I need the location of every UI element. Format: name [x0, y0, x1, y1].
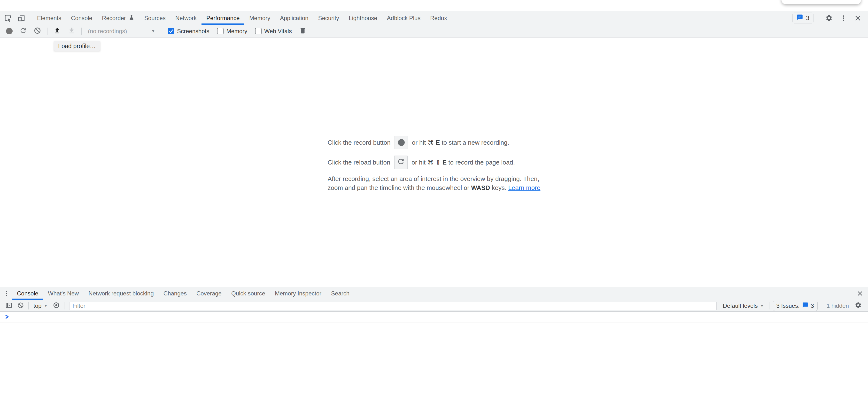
tab-label: Network	[175, 15, 197, 22]
drawer-tab-coverage[interactable]: Coverage	[192, 287, 226, 300]
drawer-tabbar: Console What's New Network request block…	[0, 287, 868, 300]
chevron-down-icon: ▼	[44, 304, 48, 308]
checkbox-label: Screenshots	[177, 28, 209, 35]
tab-recorder[interactable]: Recorder	[97, 11, 140, 25]
close-icon	[857, 290, 863, 297]
close-drawer-button[interactable]	[854, 287, 868, 300]
tab-label: Application	[280, 15, 308, 22]
inspect-element-button[interactable]	[0, 11, 14, 25]
tab-label: Quick source	[231, 290, 265, 297]
filter-input[interactable]	[69, 302, 716, 310]
tab-sources[interactable]: Sources	[140, 11, 170, 25]
block-icon	[17, 302, 24, 310]
recordings-select[interactable]: (no recordings) ▼	[85, 27, 158, 36]
drawer-tab-quick-source[interactable]: Quick source	[226, 287, 270, 300]
record-icon	[398, 139, 405, 146]
tab-performance[interactable]: Performance	[202, 11, 244, 25]
checkbox-label: Web Vitals	[264, 28, 292, 35]
issues-count: 3	[806, 14, 809, 22]
console-sidebar-icon	[5, 302, 12, 310]
context-label: top	[33, 302, 41, 309]
drawer-tab-whats-new[interactable]: What's New	[43, 287, 84, 300]
devtools-window: Elements Console Recorder Sources Networ…	[0, 0, 868, 406]
tab-label: Changes	[163, 290, 187, 297]
record-button[interactable]	[3, 28, 15, 34]
tab-label: Sources	[144, 15, 166, 22]
issues-button[interactable]: 3	[793, 12, 813, 24]
hidden-messages-count: 1 hidden	[823, 302, 852, 309]
screenshots-checkbox[interactable]: Screenshots	[168, 28, 209, 35]
tab-application[interactable]: Application	[275, 11, 313, 25]
issues-label: 3 Issues:	[776, 302, 800, 309]
record-icon	[6, 28, 12, 34]
instruction-text: or hit	[411, 159, 426, 166]
tab-redux[interactable]: Redux	[425, 11, 452, 25]
instruction-text: to record the page load.	[448, 159, 515, 166]
console-toolbar: top ▼ Default levels ▼	[0, 300, 868, 312]
create-live-expression-button[interactable]	[51, 302, 62, 310]
console-input[interactable]	[0, 312, 868, 323]
cmd-key-glyph: ⌘	[427, 159, 434, 166]
tab-label: Recorder	[102, 15, 126, 22]
gear-icon	[855, 302, 862, 310]
browser-top-strip	[0, 0, 868, 11]
drawer-tab-changes[interactable]: Changes	[159, 287, 192, 300]
delete-recordings-button[interactable]	[297, 27, 309, 35]
instruction-text: or hit	[412, 139, 426, 146]
devtools-settings-button[interactable]	[823, 14, 836, 22]
tab-security[interactable]: Security	[313, 11, 344, 25]
tab-label: Redux	[430, 15, 447, 22]
close-icon	[855, 15, 861, 22]
tab-network[interactable]: Network	[170, 11, 202, 25]
web-vitals-checkbox[interactable]: Web Vitals	[255, 28, 292, 35]
drawer-tab-network-request-blocking[interactable]: Network request blocking	[84, 287, 158, 300]
tab-console[interactable]: Console	[66, 11, 97, 25]
browser-popup-remnant	[781, 0, 861, 4]
save-profile-button[interactable]	[65, 27, 78, 35]
tab-lighthouse[interactable]: Lighthouse	[344, 11, 382, 25]
javascript-context-select[interactable]: top ▼	[31, 302, 51, 309]
tab-label: Memory	[249, 15, 270, 22]
tab-memory[interactable]: Memory	[244, 11, 275, 25]
issues-status-button[interactable]: 3 Issues: 3	[773, 301, 817, 311]
memory-checkbox[interactable]: Memory	[217, 28, 247, 35]
tab-elements[interactable]: Elements	[32, 11, 66, 25]
drawer-tab-memory-inspector[interactable]: Memory Inspector	[270, 287, 326, 300]
device-toolbar-button[interactable]	[14, 11, 28, 25]
reload-and-record-button[interactable]	[17, 27, 30, 35]
e-key-glyph: E	[436, 139, 440, 146]
more-options-button[interactable]	[837, 14, 850, 22]
performance-empty-view: Load profile… Click the record button or…	[0, 37, 868, 287]
tab-adblock-plus[interactable]: Adblock Plus	[382, 11, 426, 25]
drawer-tab-search[interactable]: Search	[326, 287, 354, 300]
log-levels-select[interactable]: Default levels ▼	[719, 302, 767, 309]
drawer-tab-console[interactable]: Console	[12, 287, 43, 300]
learn-more-link[interactable]: Learn more	[508, 184, 540, 192]
tab-label: Elements	[37, 15, 61, 22]
trash-icon	[299, 27, 306, 35]
console-messages-area[interactable]	[0, 323, 868, 406]
three-dots-icon	[3, 290, 10, 297]
load-profile-button[interactable]	[51, 27, 64, 35]
e-key-glyph: E	[442, 159, 446, 166]
console-settings-button[interactable]	[852, 302, 865, 310]
close-devtools-button[interactable]	[851, 15, 864, 22]
toolbar-divider	[819, 14, 819, 22]
chevron-down-icon: ▼	[760, 304, 764, 308]
tooltip-text: Load profile…	[58, 42, 96, 49]
tab-label: Lighthouse	[349, 15, 377, 22]
paragraph-text: keys.	[492, 184, 506, 192]
console-sidebar-button[interactable]	[3, 302, 15, 310]
tab-label: Search	[331, 290, 349, 297]
tab-label: Adblock Plus	[387, 15, 421, 22]
issues-count: 3	[811, 302, 814, 309]
instructions-paragraph: After recording, select an area of inter…	[328, 174, 540, 192]
toolbar-divider	[28, 302, 29, 309]
toolbar-divider	[64, 302, 64, 309]
download-icon	[68, 27, 75, 35]
drawer-menu-button[interactable]	[0, 287, 12, 300]
tab-label: Security	[318, 15, 339, 22]
reload-instruction-post: or hit ⌘ ⇧ E to record the page load.	[411, 159, 515, 166]
clear-console-button[interactable]	[15, 302, 26, 310]
clear-button[interactable]	[31, 27, 44, 35]
